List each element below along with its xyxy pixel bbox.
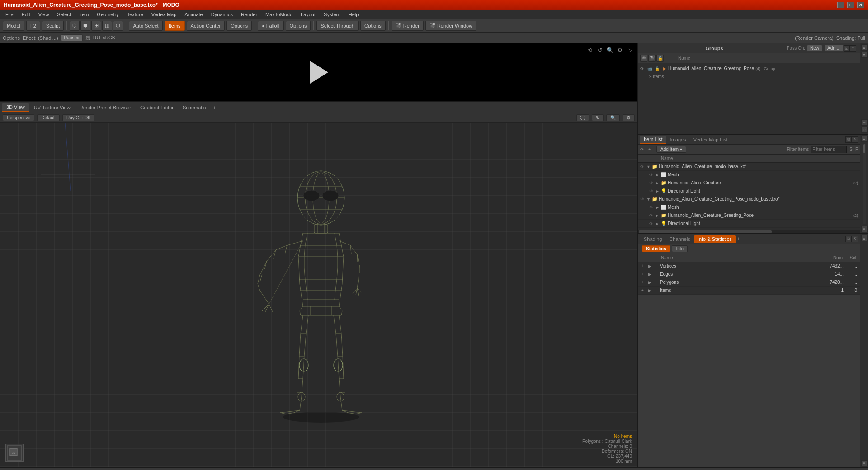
minimize-btn[interactable]: ─ [837, 2, 844, 8]
vp-sync-btn[interactable]: ↻ [592, 114, 604, 121]
eye-icon-light-2[interactable]: 👁 [649, 221, 656, 226]
render-btn[interactable]: 🎬 Render [392, 21, 424, 31]
new-group-btn[interactable]: New [807, 45, 822, 52]
f2-btn[interactable]: F2 [26, 21, 40, 31]
menu-view[interactable]: View [35, 11, 53, 18]
edge-add[interactable]: + [641, 272, 647, 277]
menu-texture[interactable]: Texture [123, 11, 147, 18]
tab-info-stats[interactable]: Info & Statistics [694, 235, 736, 243]
vp-zoom-btn[interactable]: 🔍 [606, 114, 620, 121]
tab-render-preset[interactable]: Render Preset Browser [75, 104, 136, 111]
auto-select-btn[interactable]: Auto Select [129, 21, 162, 31]
grp-render-btn[interactable]: 🎬 [648, 55, 656, 62]
tab-uv-texture[interactable]: UV Texture View [29, 104, 75, 111]
grp-vis-btn[interactable]: 👁 [640, 55, 647, 62]
eye-icon-1[interactable]: 👁 [640, 164, 646, 169]
item-list-expand-2[interactable]: ⇱ [852, 136, 858, 143]
vert-add[interactable]: + [641, 263, 647, 268]
eye-icon-mesh-2[interactable]: 👁 [649, 205, 656, 210]
expand-mesh-1[interactable]: ▶ [656, 173, 661, 177]
poly-expand[interactable]: ▶ [648, 280, 654, 285]
stats-expand[interactable]: ◱ [845, 236, 852, 242]
perspective-btn[interactable]: Perspective [3, 114, 34, 121]
add-tab-btn[interactable]: + [210, 104, 218, 111]
action-center-btn[interactable]: Action Center [187, 21, 225, 31]
vp-settings-btn[interactable]: ⚙ [623, 114, 635, 121]
tab-gradient-editor[interactable]: Gradient Editor [136, 104, 178, 111]
info-tab-add[interactable]: + [737, 236, 740, 241]
menu-geometry[interactable]: Geometry [93, 11, 122, 18]
menu-vertex-map[interactable]: Vertex Map [148, 11, 180, 18]
anim-ctrl-1[interactable]: ⟲ [586, 46, 594, 54]
tab-images[interactable]: Images [666, 136, 690, 143]
anim-ctrl-4[interactable]: ▷ [626, 46, 634, 54]
groups-expand-btn-2[interactable]: ⇱ [850, 45, 856, 52]
model-btn[interactable]: Model [3, 21, 24, 31]
mode-btn-5[interactable]: ⬡ [113, 21, 123, 31]
ray-gl-btn[interactable]: Ray GL: Off [62, 114, 94, 121]
anim-ctrl-3[interactable]: ⚙ [616, 46, 624, 54]
il-side-down[interactable]: ▼ [861, 226, 868, 232]
item-list-expand[interactable]: ◱ [845, 136, 852, 143]
tab-vertex-map[interactable]: Vertex Map List [690, 136, 731, 143]
expand-scene-1[interactable]: ▼ [646, 164, 652, 169]
anim-ctrl-zoom[interactable]: 🔍 [606, 46, 614, 54]
default-btn[interactable]: Default [37, 114, 60, 121]
render-window-btn[interactable]: 🎬 Render Window [425, 21, 476, 31]
options2-btn[interactable]: Options [286, 21, 311, 31]
vp-expand-btn[interactable]: ⛶ [576, 114, 589, 121]
tab-shading[interactable]: Shading [640, 235, 665, 243]
options3-btn[interactable]: Options [360, 21, 386, 31]
expand-mesh-2[interactable]: ▶ [656, 205, 661, 210]
items-add[interactable]: + [641, 288, 647, 293]
grp-lock-btn[interactable]: 🔒 [656, 55, 664, 62]
items-expand[interactable]: ▶ [648, 288, 654, 293]
grp-side-left[interactable]: ↩ [861, 127, 868, 133]
menu-system[interactable]: System [320, 11, 344, 18]
groups-expand-btn[interactable]: ◱ [844, 45, 850, 52]
stats-side-down[interactable]: ▼ [861, 460, 868, 466]
menu-file[interactable]: File [2, 11, 17, 18]
tab-item-list[interactable]: Item List [640, 136, 666, 144]
mode-btn-3[interactable]: ⊞ [91, 21, 101, 31]
filter-input[interactable] [811, 146, 847, 153]
menu-maxtomodo[interactable]: MaxToModo [262, 11, 296, 18]
expand-creature-1[interactable]: ▶ [656, 181, 661, 185]
select-through-btn[interactable]: Select Through [316, 21, 358, 31]
eye-icon-creature-1[interactable]: 👁 [649, 181, 656, 185]
eye-icon-light-1[interactable]: 👁 [649, 189, 656, 193]
il-side-up[interactable]: ▲ [861, 136, 868, 142]
il-vscroll[interactable] [863, 144, 866, 224]
vert-expand[interactable]: ▶ [648, 264, 654, 268]
eye-icon-mesh-1[interactable]: 👁 [649, 173, 656, 177]
grp-side-collapse[interactable]: ▼ [861, 52, 868, 58]
preview-play-btn[interactable] [310, 61, 333, 84]
add-item-dropdown[interactable]: ▾ [680, 147, 682, 152]
mode-btn-1[interactable]: ⬡ [70, 21, 80, 31]
items-btn[interactable]: Items [165, 21, 185, 31]
viewport-canvas[interactable]: 3D No Items Polygons : Catmull-Clark Cha… [0, 123, 637, 467]
add-item-btn[interactable]: Add Item ▾ [656, 146, 686, 153]
menu-dynamics[interactable]: Dynamics [208, 11, 236, 18]
menu-edit[interactable]: Edit [18, 11, 34, 18]
expand-light-1[interactable]: ▶ [656, 189, 661, 193]
menu-select[interactable]: Select [53, 11, 75, 18]
menu-item[interactable]: Item [75, 11, 92, 18]
stats-side-up[interactable]: ▲ [861, 235, 868, 241]
mode-btn-4[interactable]: ◫ [102, 21, 112, 31]
pass-unnamed[interactable]: Adm... [824, 45, 844, 52]
tab-channels[interactable]: Channels [665, 235, 693, 243]
menu-animate[interactable]: Animate [181, 11, 206, 18]
eye-icon-greeting[interactable]: 👁 [649, 213, 656, 218]
tab-3d-view[interactable]: 3D View [2, 103, 29, 112]
item-list-hscroll[interactable] [638, 230, 860, 233]
menu-layout[interactable]: Layout [297, 11, 319, 18]
maximize-btn[interactable]: □ [847, 2, 854, 8]
poly-add[interactable]: + [641, 280, 647, 285]
mode-btn-2[interactable]: ⬢ [80, 21, 90, 31]
options-btn[interactable]: Options [226, 21, 252, 31]
menu-render[interactable]: Render [237, 11, 261, 18]
eye-icon-2[interactable]: 👁 [640, 197, 646, 202]
expand-greeting[interactable]: ▶ [656, 213, 661, 218]
grp-side-expand[interactable]: ▲ [861, 44, 868, 51]
